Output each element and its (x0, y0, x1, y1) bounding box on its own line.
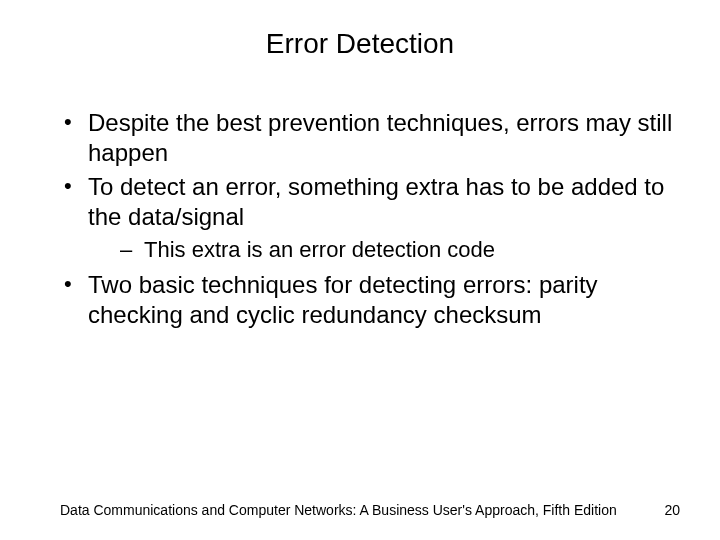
sub-bullet-list: This extra is an error detection code (88, 236, 680, 264)
bullet-item: Two basic techniques for detecting error… (60, 270, 680, 330)
slide: Error Detection Despite the best prevent… (0, 0, 720, 540)
bullet-text: Two basic techniques for detecting error… (88, 271, 598, 328)
bullet-item: To detect an error, something extra has … (60, 172, 680, 264)
footer-source: Data Communications and Computer Network… (60, 502, 617, 518)
bullet-text: Despite the best prevention techniques, … (88, 109, 672, 166)
slide-footer: Data Communications and Computer Network… (60, 502, 680, 518)
bullet-text: To detect an error, something extra has … (88, 173, 664, 230)
slide-body: Despite the best prevention techniques, … (60, 108, 680, 334)
bullet-list: Despite the best prevention techniques, … (60, 108, 680, 330)
page-number: 20 (664, 502, 680, 518)
sub-bullet-text: This extra is an error detection code (144, 237, 495, 262)
slide-title: Error Detection (0, 28, 720, 60)
sub-bullet-item: This extra is an error detection code (88, 236, 680, 264)
bullet-item: Despite the best prevention techniques, … (60, 108, 680, 168)
